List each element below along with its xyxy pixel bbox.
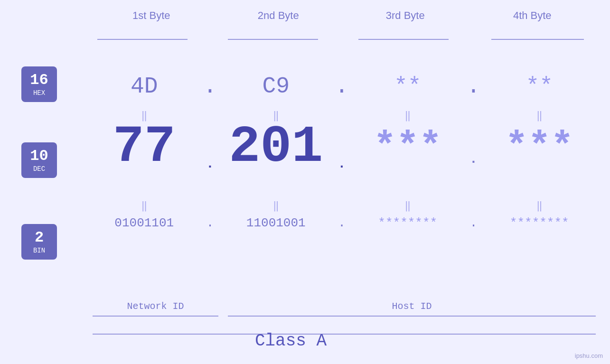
bin-b4: ******** xyxy=(510,216,569,230)
eq-row-2: ‖ ‖ ‖ ‖ xyxy=(88,199,596,212)
eq2-4: ‖ xyxy=(483,199,596,212)
base-badge-dec: 10 DEC xyxy=(21,142,57,178)
hex-b2: C9 xyxy=(262,74,290,99)
dec-dot-1: . xyxy=(206,157,214,171)
bracket-network xyxy=(93,316,218,317)
base-badge-bin: 2 BIN xyxy=(21,224,57,260)
bin-dot-1: . xyxy=(206,216,214,230)
bracket-col4 xyxy=(491,39,584,40)
dec-b2: 201 xyxy=(229,117,323,177)
bracket-col2 xyxy=(228,39,318,40)
hex-dot-3: . xyxy=(467,74,480,99)
eq2-3: ‖ xyxy=(351,199,464,212)
hex-b4: ** xyxy=(526,74,553,99)
class-a-label: Class A xyxy=(0,331,582,351)
bin-b3: ******** xyxy=(378,216,437,230)
host-id-label: Host ID xyxy=(228,301,596,312)
hex-b1: 4D xyxy=(131,74,158,99)
dec-b3: *** xyxy=(374,125,442,168)
eq-4: ‖ xyxy=(483,109,596,122)
hex-dot-1: . xyxy=(203,74,217,99)
eq2-1: ‖ xyxy=(88,199,201,212)
bracket-col3 xyxy=(358,39,449,40)
eq2-2: ‖ xyxy=(220,199,333,212)
main-container: 1st Byte 2nd Byte 3rd Byte 4th Byte 16 H… xyxy=(0,0,610,364)
col-header-4: 4th Byte xyxy=(469,9,596,22)
bin-b1: 01001101 xyxy=(114,216,174,230)
col-header-3: 3rd Byte xyxy=(342,9,469,22)
hex-dot-2: . xyxy=(335,74,349,99)
dec-dot-2: . xyxy=(338,157,346,171)
dec-row: 77 . 201 . *** . *** xyxy=(88,121,596,173)
eq-3: ‖ xyxy=(351,109,464,122)
hex-b3: ** xyxy=(394,74,422,99)
base-badge-hex: 16 HEX xyxy=(21,66,57,102)
dec-dot-3: . xyxy=(469,152,478,167)
dec-b1: 77 xyxy=(113,117,176,177)
bracket-col1 xyxy=(97,39,188,40)
dec-b4: *** xyxy=(505,125,573,168)
col-header-2: 2nd Byte xyxy=(215,9,342,22)
hex-row: 4D . C9 . ** . ** xyxy=(88,74,596,99)
col-header-1: 1st Byte xyxy=(88,9,215,22)
column-headers: 1st Byte 2nd Byte 3rd Byte 4th Byte xyxy=(88,9,596,22)
network-id-label: Network ID xyxy=(93,301,218,312)
bracket-host xyxy=(228,316,596,317)
bin-dot-2: . xyxy=(338,216,346,230)
bin-dot-3: . xyxy=(470,216,478,230)
bin-b2: 11001001 xyxy=(246,216,306,230)
watermark: ipshu.com xyxy=(575,352,603,359)
bin-row: 01001101 . 11001001 . ******** . *******… xyxy=(88,216,596,230)
